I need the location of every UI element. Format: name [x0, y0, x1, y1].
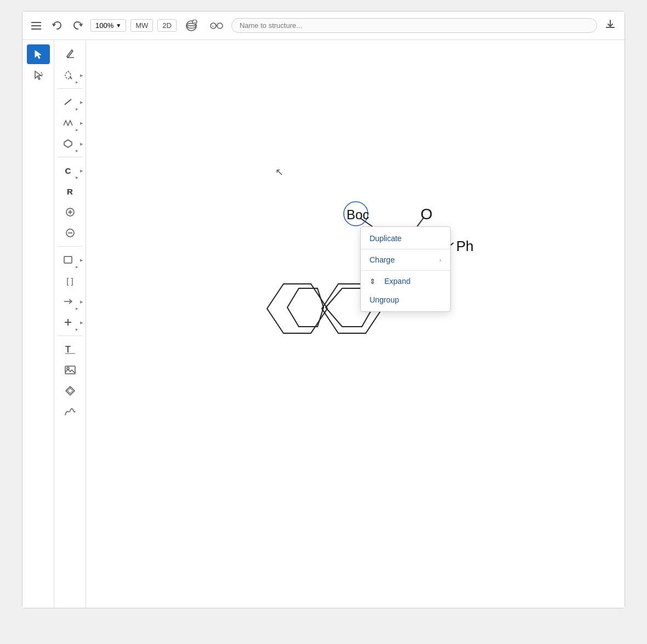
select-tool[interactable] — [27, 44, 50, 64]
carbon-tool[interactable]: C — [56, 161, 80, 180]
divider-4 — [58, 335, 83, 336]
svg-text:···: ··· — [215, 21, 218, 25]
add-charge-tool[interactable] — [59, 202, 82, 222]
r-group-tool[interactable]: R — [59, 181, 82, 201]
divider-2 — [58, 157, 83, 157]
svg-marker-15 — [64, 140, 72, 147]
svg-text:T: T — [65, 345, 71, 354]
svg-rect-28 — [65, 366, 75, 374]
cursor-indicator: ↖ — [275, 166, 283, 178]
bond-tool[interactable] — [56, 92, 80, 112]
magic-expand-arrow[interactable]: ▶ — [80, 73, 83, 78]
handwriting-tool[interactable] — [59, 402, 82, 421]
toolbar: 100% ▼ MW 2D ••• • — [22, 12, 625, 40]
menu-divider-2 — [361, 270, 450, 271]
charge-submenu-chevron: › — [439, 257, 441, 263]
text-tool[interactable]: T — [59, 339, 82, 359]
rect-expand-arrow[interactable]: ▶ — [80, 258, 83, 263]
name-to-structure-input[interactable] — [231, 18, 597, 33]
context-menu: Duplicate Charge › ⇕ Expand — [360, 226, 451, 312]
svg-text:•••: ••• — [194, 21, 197, 24]
app-window: 100% ▼ MW 2D ••• • — [22, 11, 625, 608]
svg-text:Ph: Ph — [456, 238, 474, 254]
svg-line-14 — [65, 99, 71, 105]
main-sidebar: ▶ ▶ ▶ — [54, 40, 86, 608]
image-tool[interactable] — [59, 360, 82, 380]
template-tool[interactable] — [59, 381, 82, 401]
arrow-expand-arrow[interactable]: ▶ — [80, 300, 83, 304]
chain-tool[interactable] — [56, 113, 80, 133]
erase-tool[interactable] — [59, 44, 82, 64]
duplicate-menu-item[interactable]: Duplicate — [361, 229, 450, 248]
arrow-tool[interactable] — [56, 292, 80, 311]
bracket-tool[interactable]: [ ] — [59, 271, 82, 290]
selection-panel — [22, 40, 54, 608]
svg-rect-21 — [64, 257, 72, 263]
reaction-map-button[interactable]: • ··· — [206, 18, 227, 34]
plus-expand-arrow[interactable]: ▶ — [80, 321, 83, 325]
redo-button[interactable] — [70, 19, 86, 33]
plus-tool[interactable] — [56, 312, 80, 332]
expand-icon: ⇕ — [370, 277, 376, 286]
2d-button[interactable]: 2D — [157, 19, 177, 32]
lasso-select-tool[interactable] — [27, 65, 50, 85]
download-button[interactable] — [601, 16, 619, 35]
chain-expand-arrow[interactable]: ▶ — [80, 121, 83, 126]
content-area: ▶ ▶ ▶ — [22, 40, 625, 608]
ring-tool[interactable] — [56, 134, 80, 153]
ungroup-menu-item[interactable]: Ungroup — [361, 290, 450, 309]
charge-menu-item[interactable]: Charge › — [361, 250, 450, 269]
rect-tool[interactable] — [56, 250, 80, 270]
divider-3 — [58, 246, 83, 247]
menu-button[interactable] — [28, 20, 44, 32]
expand-menu-item[interactable]: ⇕ Expand — [361, 272, 450, 290]
svg-text:•: • — [212, 24, 214, 28]
remove-charge-tool[interactable] — [59, 223, 82, 243]
mw-button[interactable]: MW — [130, 19, 153, 32]
bond-expand-arrow[interactable]: ▶ — [80, 100, 83, 105]
svg-text:Boc: Boc — [347, 207, 369, 222]
zoom-control[interactable]: 100% ▼ — [90, 19, 126, 32]
canvas-area[interactable]: HN Boc O Ph ↖ — [86, 40, 625, 608]
zoom-label: 100% — [95, 21, 113, 30]
menu-divider-1 — [361, 249, 450, 249]
zoom-chevron: ▼ — [116, 22, 121, 29]
ring-expand-arrow[interactable]: ▶ — [80, 142, 83, 146]
carbon-expand-arrow[interactable]: ▶ — [80, 169, 83, 173]
magic-select-tool[interactable] — [56, 65, 80, 85]
undo-button[interactable] — [49, 19, 65, 33]
divider-1 — [58, 88, 83, 89]
atom-map-button[interactable]: ••• — [181, 18, 202, 34]
